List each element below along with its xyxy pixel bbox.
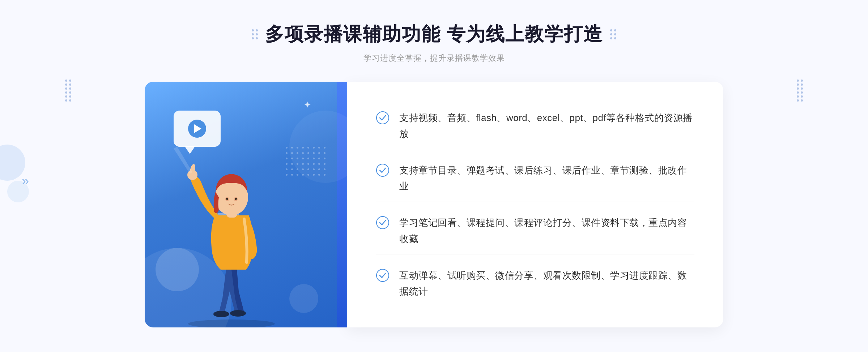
blue-sidebar-bar (337, 82, 347, 327)
dot-pattern-right (797, 80, 803, 102)
svg-point-2 (230, 310, 246, 317)
feature-text-2: 支持章节目录、弹题考试、课后练习、课后作业、章节测验、批改作业 (399, 162, 694, 194)
page-container: » 多项录播课辅助功能 专为线上教学打造 (0, 0, 868, 352)
features-panel: 支持视频、音频、flash、word、excel、ppt、pdf等各种格式的资源… (347, 82, 723, 327)
svg-point-0 (188, 319, 275, 327)
feature-item-4: 互动弹幕、试听购买、微信分享、观看次数限制、学习进度跟踪、数据统计 (376, 260, 694, 306)
svg-point-8 (226, 198, 228, 200)
feature-text-1: 支持视频、音频、flash、word、excel、ppt、pdf等各种格式的资源… (399, 110, 694, 142)
content-area: ✦ (145, 82, 723, 327)
svg-point-11 (376, 164, 389, 176)
subtitle: 学习进度全掌握，提升录播课教学效果 (363, 53, 505, 64)
check-icon-4 (376, 269, 389, 282)
main-title: 多项录播课辅助功能 专为线上教学打造 (265, 22, 603, 47)
illustration-card: ✦ (145, 82, 347, 327)
left-title-decorator (252, 29, 258, 39)
sparkle-decoration: ✦ (304, 100, 311, 110)
svg-point-1 (213, 311, 229, 317)
dot-pattern-left (65, 80, 71, 102)
svg-point-13 (376, 269, 389, 282)
feature-text-3: 学习笔记回看、课程提问、课程评论打分、课件资料下载，重点内容收藏 (399, 215, 694, 246)
svg-point-12 (376, 216, 389, 229)
check-icon-2 (376, 164, 389, 177)
feature-item-2: 支持章节目录、弹题考试、课后练习、课后作业、章节测验、批改作业 (376, 155, 694, 202)
svg-point-10 (376, 112, 389, 124)
check-icon-1 (376, 111, 389, 124)
deco-circle-small (7, 181, 29, 202)
feature-item-1: 支持视频、音频、flash、word、excel、ppt、pdf等各种格式的资源… (376, 103, 694, 149)
right-title-decorator (610, 29, 616, 39)
feature-text-4: 互动弹幕、试听购买、微信分享、观看次数限制、学习进度跟踪、数据统计 (399, 267, 694, 299)
check-icon-3 (376, 216, 389, 229)
feature-item-3: 学习笔记回看、课程提问、课程评论打分、课件资料下载，重点内容收藏 (376, 207, 694, 254)
header-section: 多项录播课辅助功能 专为线上教学打造 学习进度全掌握，提升录播课教学效果 (0, 22, 868, 64)
person-illustration (159, 118, 304, 327)
svg-point-9 (235, 198, 237, 200)
title-row: 多项录播课辅助功能 专为线上教学打造 (252, 22, 616, 47)
